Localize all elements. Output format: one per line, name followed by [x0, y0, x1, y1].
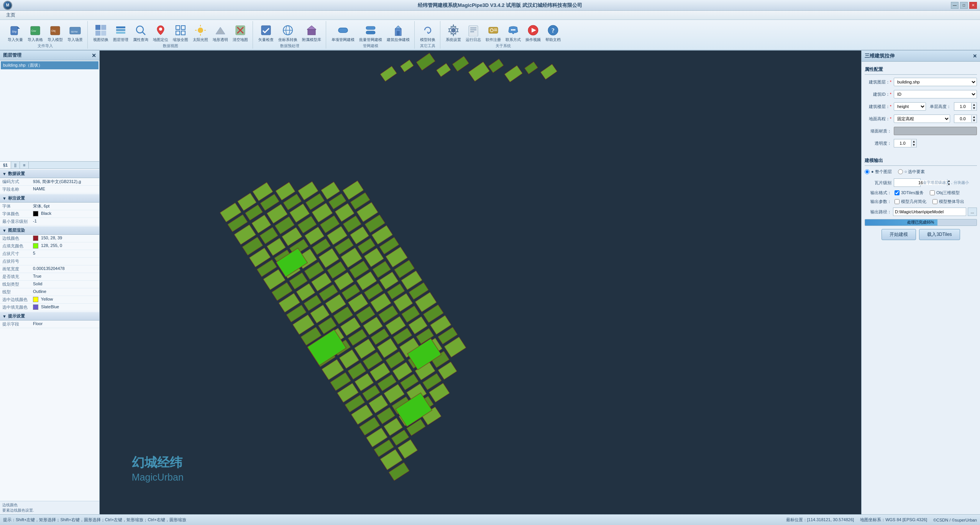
load-3dtiles-button[interactable]: 载入3DTiles [919, 229, 960, 240]
toolbar-btn-model-lib[interactable]: 附属模型库 [300, 23, 323, 43]
toolbar-group-label-preprocess: 数据预处理 [280, 43, 299, 49]
ground-elev-up[interactable]: ▲ [972, 115, 977, 119]
start-build-button[interactable]: 开始建模 [882, 229, 916, 240]
toolbar-btn-settings[interactable]: 系统设置 [444, 23, 463, 43]
toolbar-btn-clear-map[interactable]: 清空地图 [231, 23, 250, 43]
section-tooltip[interactable]: ▼ 提示设置 [0, 312, 99, 321]
toolbar-btn-video[interactable]: 操作视频 [524, 23, 542, 43]
toolbar-btn-run-log[interactable]: 运行日志 [464, 23, 483, 43]
map-area[interactable]: 幻城经纬 MagicUrban ©CSDN / ©superUrban 幻城经纬… [100, 51, 861, 514]
prop-sel-fill-color-value: SlateBlue [33, 304, 97, 310]
toolbar-btn-map-locate[interactable]: 地图定位 [151, 23, 170, 43]
prop-fieldname: 字段名称 NAME [0, 186, 99, 193]
scope-selected-radio[interactable]: ○ 选中要素 [898, 169, 925, 175]
building-id-select[interactable]: ID [894, 90, 977, 98]
toolbar-btn-building-extrude[interactable]: 建筑拉伸建模 [385, 23, 411, 43]
path-row: 输出路径： ... [865, 208, 977, 216]
toolbar-btn-import-scene[interactable]: SDTM 导入场景 [66, 23, 84, 43]
toolbar-btn-sun-light[interactable]: 太阳光照 [191, 23, 210, 43]
toolbar-btn-coord-convert[interactable]: 坐标系转换 [277, 23, 299, 43]
props-tab-1[interactable]: §1 [0, 162, 11, 168]
format-obj-check[interactable] [930, 190, 935, 195]
ground-elev-spinner[interactable]: 0.0 ▲ ▼ [954, 114, 977, 123]
params-simplify-check[interactable] [895, 199, 900, 204]
toolbar-btn-terrain-trans[interactable]: 地形透明 [211, 23, 230, 43]
building-layer-select[interactable]: building.shp [894, 78, 977, 86]
prop-min-level-value: -1 [33, 219, 97, 224]
config-row-wall-material: 墙面材质： [865, 127, 977, 135]
props-tab-2[interactable]: || [11, 162, 20, 168]
section-label-settings[interactable]: ▼ 标注设置 [0, 194, 99, 203]
toolbar-btn-vector-check[interactable]: 矢量检查 [257, 23, 275, 43]
prop-tooltip-field: 提示字段 Floor [0, 321, 99, 328]
toolbar-btn-batch-model[interactable]: 批量管网建模 [358, 23, 384, 43]
maximize-button[interactable]: □ [960, 2, 968, 9]
params-export-label[interactable]: 模型整体导出 [932, 199, 964, 204]
ground-elev-label: 地面高程：* [865, 116, 891, 122]
layer-manager-close-icon[interactable]: ✕ [92, 52, 96, 59]
toolbar-btn-layer-mgr[interactable]: 图层管理 [112, 23, 130, 43]
format-obj-label[interactable]: Obj三维模型 [930, 190, 960, 196]
section-layer-render[interactable]: ▼ 图层渲染 [0, 226, 99, 235]
toolbar: Shp 导入矢量 Csv 导入表格 Obj 导入模型 SDTM 导 [0, 20, 980, 51]
svg-rect-38 [338, 28, 348, 33]
right-panel-title: 三维建筑拉伸 ✕ [862, 51, 980, 62]
right-panel-close-icon[interactable]: ✕ [973, 53, 977, 59]
prop-point-symbol: 点状符号 [0, 258, 99, 265]
prop-font-color-key: 字体颜色 [2, 211, 33, 217]
floor-height-arrows: ▲ ▼ [971, 103, 977, 110]
toolbar-btn-model-convert[interactable]: 模型转换 [419, 23, 437, 43]
params-simplify-label[interactable]: 模型几何简化 [895, 199, 926, 204]
tiles-level-label: 瓦片级别 [865, 180, 891, 186]
status-hint: 提示：Shift+左键，矩形选择；Shift+右键，圆形选择；Ctrl+左键，矩… [3, 517, 780, 523]
toolbar-btn-zoom-all[interactable]: 缩放全图 [171, 23, 190, 43]
toolbar-btn-single-model[interactable]: 单项管网建模 [330, 23, 356, 43]
toolbar-btn-attr-query[interactable]: 属性查询 [131, 23, 150, 43]
building-floors-select[interactable]: height [894, 102, 926, 111]
toolbar-btn-contact[interactable]: 联系方式 [504, 23, 522, 43]
toolbar-btn-import-model[interactable]: Obj 导入模型 [46, 23, 64, 43]
prop-point-size: 点状尺寸 5 [0, 250, 99, 258]
toolbar-group-preprocess: 矢量检查 坐标系转换 附属模型库 数据预处理 [254, 21, 326, 49]
toolbar-btn-register[interactable]: 软件注册 [484, 23, 502, 43]
transparency-spinner[interactable]: 1.0 ▲ ▼ [894, 139, 917, 147]
floor-height-down[interactable]: ▼ [972, 106, 977, 110]
transparency-down[interactable]: ▼ [911, 143, 916, 147]
toolbar-group-file-import: Shp 导入矢量 Csv 导入表格 Obj 导入模型 SDTM 导 [3, 21, 88, 49]
toolbar-buttons-pipeline: 单项管网建模 批量管网建模 建筑拉伸建模 [330, 21, 411, 43]
params-export-check[interactable] [932, 199, 937, 204]
run-log-label: 运行日志 [466, 37, 481, 43]
transparency-up[interactable]: ▲ [911, 140, 916, 143]
toolbar-btn-import-table[interactable]: Csv 导入表格 [26, 23, 44, 43]
prop-point-size-value: 5 [33, 251, 97, 257]
config-row-scope: ● 整个图层 ○ 选中要素 [865, 169, 977, 175]
format-3dtiles-label[interactable]: 3DTiles服务 [895, 190, 924, 196]
config-row-building-floors: 建筑楼层：* height 单层高度： 1.0 ▲ ▼ [865, 102, 977, 111]
path-input[interactable] [893, 208, 966, 216]
scope-all-radio[interactable]: ● 整个图层 [865, 169, 892, 175]
wall-material-color[interactable] [894, 127, 977, 135]
format-3dtiles-check[interactable] [895, 190, 900, 195]
toolbar-btn-import-vector[interactable]: Shp 导入矢量 [6, 23, 25, 43]
svg-marker-28 [216, 27, 225, 34]
layer-item-building[interactable]: building.shp（面状） [1, 61, 98, 69]
single-model-label: 单项管网建模 [332, 37, 355, 43]
ground-elev-down[interactable]: ▼ [972, 119, 977, 122]
ground-elev-select[interactable]: 固定高程 [894, 114, 950, 123]
svg-rect-10 [101, 25, 106, 30]
section-data-settings[interactable]: ▼ 数据设置 [0, 170, 99, 178]
prop-font-key: 字体 [2, 203, 33, 209]
scope-all-input[interactable] [865, 169, 870, 174]
props-tab-3[interactable]: ≡ [20, 162, 29, 168]
close-window-button[interactable]: ✕ [969, 2, 977, 9]
menu-home[interactable]: 主页 [2, 11, 20, 19]
building-extrude-icon [391, 23, 405, 37]
toolbar-btn-view-switch[interactable]: 视图切换 [92, 23, 110, 43]
path-browse-button[interactable]: ... [968, 208, 977, 216]
scope-selected-input[interactable] [898, 169, 903, 174]
toolbar-btn-help[interactable]: ? 帮助文档 [544, 23, 562, 43]
minimize-button[interactable]: — [951, 2, 959, 9]
progress-row: 处理已完成65% [865, 219, 977, 226]
floor-height-spinner[interactable]: 1.0 ▲ ▼ [954, 102, 977, 111]
floor-height-up[interactable]: ▲ [972, 103, 977, 106]
